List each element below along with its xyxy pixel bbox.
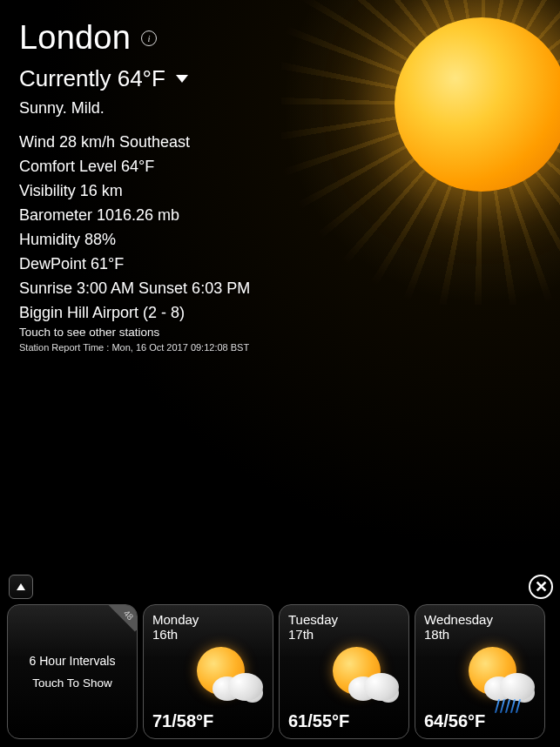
stat-wind: Wind 28 km/h Southeast bbox=[19, 133, 541, 151]
info-button[interactable]: i bbox=[141, 30, 157, 46]
stat-sun: Sunrise 3:00 AM Sunset 6:03 PM bbox=[19, 279, 541, 298]
chevron-down-icon bbox=[176, 75, 188, 83]
forecast-day: Monday bbox=[152, 612, 264, 627]
stat-humidity: Humidity 88% bbox=[19, 231, 541, 249]
current-temp: Currently 64°F bbox=[19, 65, 165, 92]
intervals-sub: Touch To Show bbox=[32, 676, 111, 690]
weather-panel: London i Currently 64°F Sunny. Mild. Win… bbox=[19, 19, 541, 353]
forecast-temps: 64/56°F bbox=[424, 711, 485, 731]
triangle-up-icon bbox=[17, 583, 25, 590]
intervals-title: 6 Hour Intervals bbox=[30, 654, 116, 668]
forecast-card-monday[interactable]: Monday 16th 71/58°F bbox=[143, 604, 273, 739]
forecast-day: Tuesday bbox=[288, 612, 400, 627]
expand-button[interactable] bbox=[9, 575, 33, 599]
stat-visibility: Visibility 16 km bbox=[19, 182, 541, 200]
stat-comfort: Comfort Level 64°F bbox=[19, 158, 541, 176]
forecast-strip: 48 6 Hour Intervals Touch To Show Monday… bbox=[7, 604, 560, 744]
sun-cloud-rain-icon bbox=[460, 638, 543, 708]
station-button[interactable]: Biggin Hill Airport (2 - 8) bbox=[19, 304, 541, 322]
close-button[interactable]: ✕ bbox=[529, 575, 553, 599]
condition-text: Sunny. Mild. bbox=[19, 99, 541, 118]
close-icon: ✕ bbox=[535, 579, 548, 595]
current-row[interactable]: Currently 64°F bbox=[19, 65, 541, 92]
station-hint: Touch to see other stations bbox=[19, 326, 541, 339]
forecast-card-wednesday[interactable]: Wednesday 18th 64/56°F bbox=[415, 604, 545, 739]
station-report: Station Report Time : Mon, 16 Oct 2017 0… bbox=[19, 342, 541, 353]
forecast-card-tuesday[interactable]: Tuesday 17th 61/55°F bbox=[279, 604, 409, 739]
forecast-temps: 61/55°F bbox=[288, 711, 349, 731]
forecast-temps: 71/58°F bbox=[152, 711, 213, 731]
station-name: Biggin Hill Airport (2 - 8) bbox=[19, 304, 185, 321]
sun-cloud-icon bbox=[188, 638, 271, 708]
location-title: London bbox=[19, 19, 131, 57]
stat-dewpoint: DewPoint 61°F bbox=[19, 255, 541, 273]
sun-cloud-icon bbox=[324, 638, 407, 708]
stat-barometer: Barometer 1016.26 mb bbox=[19, 206, 541, 225]
intervals-card[interactable]: 48 6 Hour Intervals Touch To Show bbox=[7, 604, 138, 739]
forecast-day: Wednesday bbox=[424, 612, 536, 627]
